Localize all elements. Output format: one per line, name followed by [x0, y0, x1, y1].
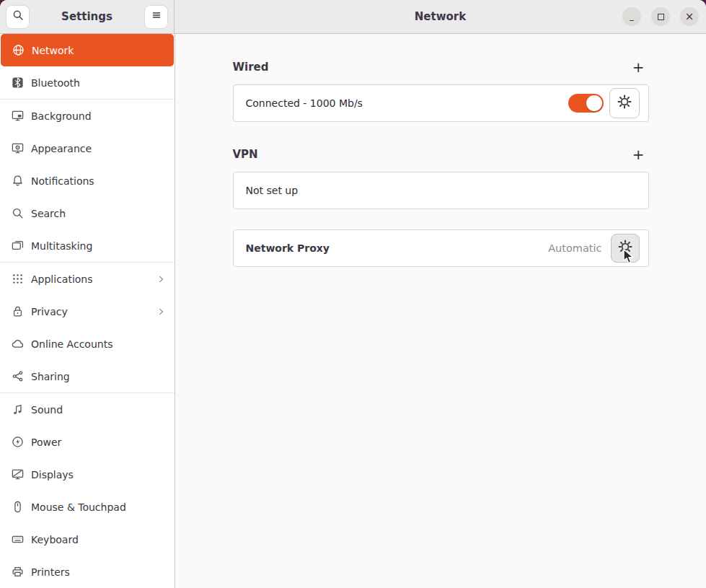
- sidebar-title: Settings: [61, 10, 112, 23]
- app-body: Network Bluetooth Background Appeara: [0, 34, 706, 588]
- sidebar-item-power[interactable]: Power: [0, 426, 175, 458]
- gear-icon: [618, 240, 632, 257]
- network-proxy-settings-button[interactable]: [611, 234, 640, 263]
- sidebar-item-mouse-touchpad[interactable]: Mouse & Touchpad: [0, 491, 175, 523]
- close-icon: ×: [685, 12, 694, 22]
- wired-section-title: Wired: [233, 61, 269, 74]
- sidebar-item-label: Appearance: [31, 143, 92, 154]
- sidebar: Network Bluetooth Background Appeara: [0, 34, 175, 588]
- power-icon: [12, 436, 24, 448]
- chevron-right-icon: [156, 274, 166, 284]
- sidebar-item-label: Online Accounts: [31, 338, 112, 350]
- background-icon: [12, 110, 24, 122]
- network-proxy-value: Automatic: [548, 242, 601, 254]
- sidebar-item-multitasking[interactable]: Multitasking: [0, 229, 175, 262]
- sidebar-item-label: Printers: [31, 566, 70, 578]
- vpn-status-label: Not set up: [246, 185, 299, 196]
- cloud-icon: [12, 338, 24, 350]
- titlebar: Settings Network – ×: [0, 0, 706, 34]
- primary-menu-button[interactable]: [144, 5, 168, 29]
- sidebar-item-label: Network: [32, 45, 74, 56]
- bluetooth-icon: [12, 76, 24, 89]
- sidebar-item-sharing[interactable]: Sharing: [0, 360, 175, 392]
- sidebar-item-label: Background: [31, 110, 92, 122]
- chevron-right-icon: [156, 307, 166, 317]
- wired-status-label: Connected - 1000 Mb/s: [246, 97, 363, 109]
- sidebar-item-privacy[interactable]: Privacy: [0, 295, 175, 328]
- sidebar-item-bluetooth[interactable]: Bluetooth: [0, 66, 175, 99]
- wired-settings-button[interactable]: [609, 88, 640, 118]
- sidebar-item-online-accounts[interactable]: Online Accounts: [0, 328, 175, 360]
- sidebar-item-background[interactable]: Background: [0, 100, 175, 132]
- wired-section-header: Wired +: [233, 59, 649, 75]
- window-controls: – ×: [622, 0, 699, 33]
- close-button[interactable]: ×: [680, 7, 699, 26]
- add-wired-connection-button[interactable]: +: [628, 60, 649, 74]
- lock-icon: [12, 305, 24, 317]
- minimize-icon: –: [630, 16, 635, 23]
- sidebar-item-appearance[interactable]: Appearance: [0, 132, 175, 164]
- sidebar-item-label: Multitasking: [31, 240, 92, 252]
- hamburger-menu-icon: [151, 9, 162, 24]
- sidebar-item-sound[interactable]: Sound: [0, 393, 175, 426]
- sidebar-item-notifications[interactable]: Notifications: [0, 164, 175, 197]
- windows-icon: [12, 240, 24, 252]
- content-titlebar: Network – ×: [175, 0, 706, 33]
- add-vpn-button[interactable]: +: [628, 147, 649, 162]
- gear-icon: [617, 95, 632, 112]
- sidebar-titlebar: Settings: [0, 0, 175, 33]
- maximize-icon: [658, 14, 664, 20]
- vpn-card: Not set up: [233, 172, 649, 209]
- printer-icon: [12, 566, 24, 578]
- sidebar-item-label: Sharing: [31, 371, 70, 382]
- vpn-section-title: VPN: [233, 148, 258, 161]
- sidebar-item-label: Power: [31, 436, 61, 448]
- network-panel: Wired + Connected - 1000 Mb/s: [175, 34, 706, 588]
- display-icon: [12, 468, 24, 481]
- music-note-icon: [12, 403, 24, 416]
- sidebar-item-keyboard[interactable]: Keyboard: [0, 523, 175, 556]
- vpn-row: Not set up: [234, 172, 648, 209]
- bell-icon: [12, 175, 24, 187]
- sidebar-item-printers[interactable]: Printers: [0, 556, 175, 588]
- sidebar-item-label: Search: [31, 208, 66, 219]
- settings-window: Settings Network – × Network: [0, 0, 706, 588]
- network-proxy-row[interactable]: Network Proxy Automatic: [234, 230, 648, 266]
- share-icon: [12, 370, 24, 382]
- appearance-icon: [12, 142, 24, 154]
- sidebar-item-applications[interactable]: Applications: [0, 263, 175, 295]
- network-proxy-label: Network Proxy: [246, 242, 330, 254]
- page-title: Network: [415, 10, 466, 23]
- network-proxy-card: Network Proxy Automatic: [233, 229, 649, 267]
- minimize-button[interactable]: –: [622, 7, 641, 26]
- vpn-section-header: VPN +: [233, 146, 649, 162]
- sidebar-item-label: Keyboard: [31, 534, 79, 545]
- sidebar-item-displays[interactable]: Displays: [0, 458, 175, 491]
- sidebar-item-label: Privacy: [31, 306, 68, 317]
- sidebar-item-label: Mouse & Touchpad: [31, 501, 126, 513]
- mouse-icon: [12, 501, 24, 513]
- sidebar-item-network[interactable]: Network: [1, 34, 174, 66]
- sidebar-item-search[interactable]: Search: [0, 197, 175, 229]
- sidebar-item-label: Notifications: [31, 175, 94, 187]
- app-grid-icon: [12, 273, 24, 285]
- keyboard-icon: [12, 533, 24, 545]
- sidebar-item-label: Displays: [31, 469, 74, 481]
- maximize-button[interactable]: [651, 7, 670, 26]
- search-button[interactable]: [6, 5, 30, 29]
- wired-connection-row[interactable]: Connected - 1000 Mb/s: [234, 85, 648, 121]
- globe-icon: [12, 44, 25, 56]
- sidebar-item-label: Bluetooth: [31, 77, 80, 89]
- magnifier-icon: [12, 207, 24, 219]
- sidebar-item-label: Applications: [31, 273, 93, 285]
- toggle-knob: [586, 95, 602, 111]
- search-icon: [12, 9, 24, 24]
- sidebar-item-label: Sound: [31, 404, 63, 416]
- wired-toggle[interactable]: [568, 94, 604, 113]
- wired-card: Connected - 1000 Mb/s: [233, 84, 649, 122]
